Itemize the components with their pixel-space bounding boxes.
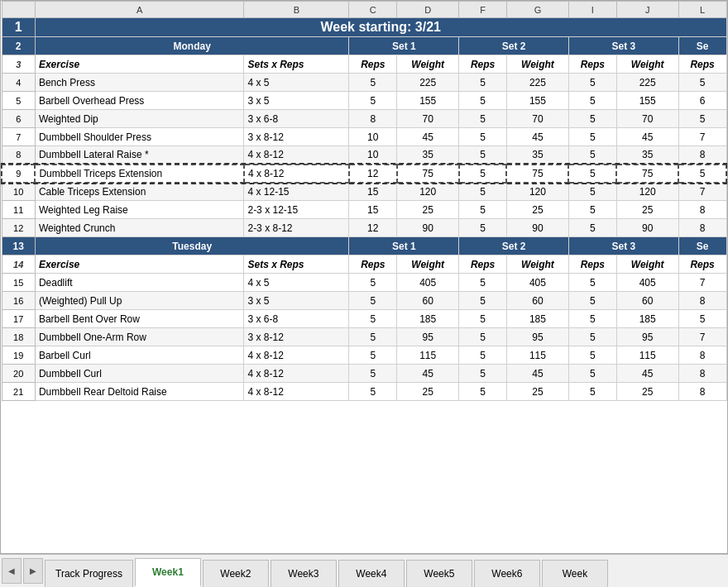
table-row: 16 (Weighted) Pull Up 3 x 5 5 60 5 60 5 … [2,292,726,310]
tab-week6-label: Week6 [491,568,522,580]
tuesday-label: Tuesday [35,237,349,255]
weight-header-s3: Weight [616,55,678,74]
table-row: 6 Weighted Dip 3 x 6-8 8 70 5 70 5 70 5 [2,110,726,128]
col-header-L[interactable]: L [678,2,726,18]
set2-header-mon: Set 2 [459,37,569,55]
reps-header-s2: Reps [459,55,507,74]
tab-week2[interactable]: Week2 [203,560,269,587]
tab-bar: ◀ ▶ Track Progress Week1 Week2 Week3 Wee… [0,554,728,587]
col-header-B[interactable]: B [244,2,349,18]
tab-nav-left[interactable]: ◀ [2,558,22,584]
sets-reps-header: Sets x Reps [244,55,349,74]
tab-week6[interactable]: Week6 [474,560,540,587]
table-row: 10 Cable Triceps Extension 4 x 12-15 15 … [2,183,726,201]
tuesday-subheader-row: 14 Exercise Sets x Reps Reps Weight Reps… [2,255,726,274]
table-row: 11 Weighted Leg Raise 2-3 x 12-15 15 25 … [2,201,726,219]
tab-track-progress[interactable]: Track Progress [45,560,133,587]
set3-header-tue: Set 3 [568,237,678,255]
set2-header-tue: Set 2 [459,237,569,255]
column-header-row: A B C D F G I J L [2,2,726,18]
table-row: 21 Dumbbell Rear Deltoid Raise 4 x 8-12 … [2,383,726,401]
tab-nav-right[interactable]: ▶ [23,558,43,584]
monday-header-row: 2 Monday Set 1 Set 2 Set 3 Se [2,37,726,55]
table-row: 20 Dumbbell Curl 4 x 8-12 5 45 5 45 5 45… [2,365,726,383]
tab-week1[interactable]: Week1 [135,558,201,587]
col-header-D[interactable]: D [397,2,459,18]
tab-week1-label: Week1 [152,566,184,578]
set3-header-mon: Set 3 [568,37,678,55]
set4-header-tue: Se [678,237,726,255]
row-num-13: 13 [2,237,35,255]
set4-header-mon: Se [678,37,726,55]
table-row: 9 Dumbbell Triceps Extension 4 x 8-12 12… [2,165,726,183]
table-row: 5 Barbell Overhead Press 3 x 5 5 155 5 1… [2,92,726,110]
row-num-3: 3 [2,55,35,74]
row-num-1: 1 [2,18,35,37]
monday-label: Monday [35,37,349,55]
table-row: 15 Deadlift 4 x 5 5 405 5 405 5 405 7 [2,274,726,292]
table-row: 17 Barbell Bent Over Row 3 x 6-8 5 185 5… [2,310,726,328]
set1-header-mon: Set 1 [349,37,459,55]
tab-week-more-label: Week [563,568,587,580]
reps-header-s3: Reps [568,55,616,74]
corner-cell [2,2,35,18]
title-row: 1 Week starting: 3/21 [2,18,726,37]
tab-week5[interactable]: Week5 [406,560,472,587]
tab-track-progress-label: Track Progress [55,568,122,580]
table-row: 18 Dumbbell One-Arm Row 3 x 8-12 5 95 5 … [2,328,726,346]
col-header-J[interactable]: J [616,2,678,18]
table-row: 4 Bench Press 4 x 5 5 225 5 225 5 225 5 [2,74,726,92]
table-row: 12 Weighted Crunch 2-3 x 8-12 12 90 5 90… [2,219,726,237]
row-num-2: 2 [2,37,35,55]
set1-header-tue: Set 1 [349,237,459,255]
weight-header-s2: Weight [506,55,568,74]
tuesday-header-row: 13 Tuesday Set 1 Set 2 Set 3 Se [2,237,726,255]
weight-header-s1: Weight [397,55,459,74]
spreadsheet-wrapper: A B C D F G I J L 1 Week starting: 3/21 … [0,0,728,554]
col-header-A[interactable]: A [35,2,244,18]
monday-subheader-row: 3 Exercise Sets x Reps Reps Weight Reps … [2,55,726,74]
tab-week5-label: Week5 [424,568,454,580]
col-header-F[interactable]: F [459,2,507,18]
tab-week3[interactable]: Week3 [271,560,337,587]
tab-week4[interactable]: Week4 [338,560,405,587]
tab-week3-label: Week3 [288,568,318,580]
col-header-I[interactable]: I [568,2,616,18]
exercise-header: Exercise [35,55,244,74]
col-header-C[interactable]: C [349,2,397,18]
tab-week4-label: Week4 [356,568,386,580]
table-row: 8 Dumbbell Lateral Raise * 4 x 8-12 10 3… [2,146,726,165]
reps-header-s1: Reps [349,55,397,74]
tab-week-more[interactable]: Week [542,560,608,587]
tab-week2-label: Week2 [220,568,251,580]
reps-header-s4: Reps [678,55,726,74]
week-title: Week starting: 3/21 [35,18,726,37]
table-row: 7 Dumbbell Shoulder Press 3 x 8-12 10 45… [2,128,726,146]
table-row: 19 Barbell Curl 4 x 8-12 5 115 5 115 5 1… [2,346,726,365]
col-header-G[interactable]: G [506,2,568,18]
